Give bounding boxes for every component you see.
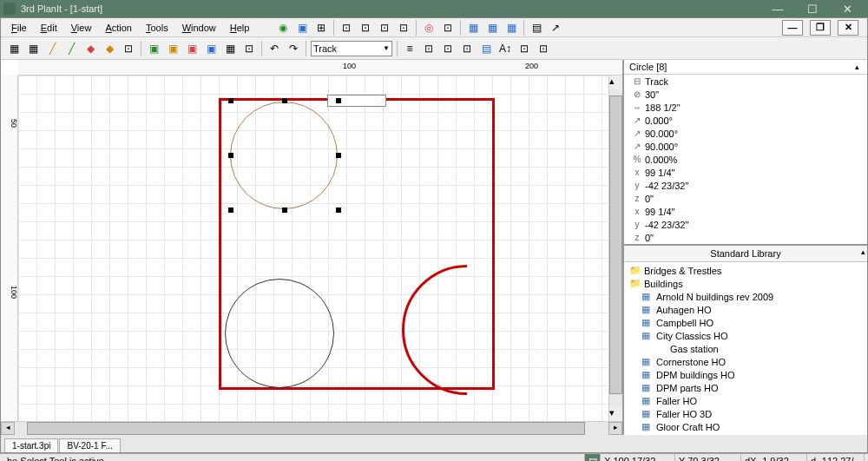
hscroll-thumb[interactable] [27, 422, 585, 435]
menu-file[interactable]: File [4, 21, 34, 35]
scroll-up-button[interactable]: ▴ [609, 76, 622, 89]
tree-item[interactable]: 📁Bridges & Trestles [628, 264, 864, 277]
menu-tools[interactable]: Tools [139, 21, 175, 35]
undo-icon[interactable]: ↶ [266, 41, 283, 56]
vscroll-thumb[interactable] [609, 95, 622, 394]
tb2-icon-17[interactable]: ⊡ [458, 41, 476, 56]
tb2-icon-13[interactable]: ⊡ [240, 41, 258, 56]
handle-se[interactable] [336, 207, 341, 213]
menu-action[interactable]: Action [98, 21, 139, 35]
handle-s[interactable] [282, 207, 287, 213]
close-button[interactable]: ✕ [830, 0, 865, 17]
panel-collapse-icon[interactable]: ▴ [852, 63, 862, 71]
tb2-icon-10[interactable]: ▣ [183, 41, 201, 56]
tree-item[interactable]: ▦DPM parts HO [628, 381, 864, 394]
menu-help[interactable]: Help [223, 21, 257, 35]
toolbar-icon-12[interactable]: ▦ [503, 20, 520, 36]
circle-lower[interactable] [225, 279, 334, 388]
tree-item[interactable]: ▦Gloor Craft HO [628, 420, 864, 433]
toolbar-icon-2[interactable]: ▣ [293, 20, 311, 36]
tb2-icon-15[interactable]: ⊡ [420, 41, 437, 56]
toolbar-icon-14[interactable]: ↗ [547, 20, 564, 36]
property-row[interactable]: ↗0.000° [624, 114, 867, 127]
tb2-icon-5[interactable]: ◆ [82, 41, 99, 56]
property-row[interactable]: ↗90.000° [624, 127, 867, 140]
tb2-icon-4[interactable]: ╱ [62, 41, 80, 56]
scroll-down-button[interactable]: ▾ [609, 407, 622, 421]
tree-item[interactable]: Gas station [628, 342, 864, 355]
menu-window[interactable]: Window [175, 21, 223, 35]
redo-icon[interactable]: ↷ [285, 41, 302, 56]
property-row[interactable]: x99 1/4" [624, 205, 867, 218]
property-row[interactable]: y-42 23/32" [624, 179, 867, 192]
tree-item[interactable]: ▦DPM buildings HO [628, 368, 864, 381]
horizontal-scrollbar[interactable]: ◂ ▸ [1, 421, 622, 435]
canvas[interactable] [18, 76, 608, 421]
tb2-icon-18[interactable]: ▤ [477, 41, 495, 56]
handle-nw[interactable] [228, 98, 233, 103]
tab-1[interactable]: 1-start.3pi [4, 438, 58, 452]
tb2-icon-2[interactable]: ▦ [24, 41, 42, 56]
maximize-button[interactable]: ☐ [795, 0, 830, 17]
property-row[interactable]: y-42 23/32" [624, 218, 867, 231]
tb2-icon-6[interactable]: ◆ [101, 41, 118, 56]
mdi-restore-button[interactable]: ❐ [810, 20, 831, 36]
layer-combo[interactable]: Track ▼ [311, 41, 392, 56]
toolbar-icon-1[interactable]: ◉ [274, 20, 292, 36]
tree-item[interactable]: ▦Auhagen HO [628, 303, 864, 316]
tab-2[interactable]: BV-20-1 F... [59, 438, 120, 452]
circle-selected[interactable] [230, 102, 338, 209]
tb2-icon-16[interactable]: ⊡ [439, 41, 457, 56]
tb2-icon-3[interactable]: ╱ [43, 41, 61, 56]
menu-edit[interactable]: Edit [34, 21, 64, 35]
property-row[interactable]: ⊟Track [624, 75, 867, 88]
tree-item[interactable]: 📁Buildings [628, 277, 864, 290]
toolbar-icon-6[interactable]: ⊡ [376, 20, 393, 36]
toolbar-icon-13[interactable]: ▤ [528, 20, 545, 36]
tb2-icon-14[interactable]: ≡ [401, 41, 418, 56]
tree-item[interactable]: ▦Faller HO [628, 394, 864, 407]
toolbar-icon-9[interactable]: ⊡ [439, 20, 457, 36]
mdi-close-button[interactable]: ✕ [838, 20, 858, 36]
tb2-icon-12[interactable]: ▦ [221, 41, 239, 56]
scroll-right-button[interactable]: ▸ [608, 422, 622, 435]
tb2-icon-9[interactable]: ▣ [164, 41, 181, 56]
mdi-minimize-button[interactable]: — [782, 20, 803, 36]
tree-item[interactable]: ▦Campbell HO [628, 316, 864, 329]
toolbar-icon-3[interactable]: ⊞ [312, 20, 330, 36]
property-row[interactable]: ↗90.000° [624, 140, 867, 153]
tb2-icon-8[interactable]: ▣ [145, 41, 162, 56]
property-row[interactable]: %0.000% [624, 153, 867, 166]
property-row[interactable]: ↔188 1/2" [624, 101, 867, 114]
toolbar-icon-11[interactable]: ▦ [483, 20, 501, 36]
tree-item[interactable]: ▦Cornerstone HO [628, 355, 864, 368]
property-row[interactable]: ⊘30" [624, 88, 867, 101]
property-row[interactable]: z0" [624, 192, 867, 205]
property-row[interactable]: x99 1/4" [624, 166, 867, 179]
tb2-icon-21[interactable]: ⊡ [535, 41, 552, 56]
handle-ne[interactable] [336, 98, 341, 103]
tree-item[interactable]: ▦Faller HO 3D [628, 407, 864, 420]
toolbar-icon-8[interactable]: ◎ [420, 20, 437, 36]
panel-collapse-icon[interactable]: ▴ [861, 247, 865, 256]
status-icon[interactable]: ▤ [585, 454, 601, 461]
tb2-icon-7[interactable]: ⊡ [120, 41, 137, 56]
handle-sw[interactable] [228, 207, 233, 213]
toolbar-icon-5[interactable]: ⊡ [357, 20, 374, 36]
tb2-icon-20[interactable]: ⊡ [516, 41, 533, 56]
handle-n[interactable] [282, 98, 287, 103]
vertical-scrollbar[interactable]: ▴ ▾ [608, 76, 622, 421]
toolbar-icon-4[interactable]: ⊡ [338, 20, 355, 36]
toolbar-icon-10[interactable]: ▦ [464, 20, 482, 36]
tb2-icon-11[interactable]: ▣ [202, 41, 220, 56]
minimize-button[interactable]: — [760, 0, 795, 17]
handle-e[interactable] [336, 153, 341, 158]
tree-item[interactable]: ▦Arnold N buildings rev 2009 [628, 290, 864, 303]
menu-view[interactable]: View [64, 21, 99, 35]
property-row[interactable]: z0" [624, 231, 867, 244]
handle-w[interactable] [228, 153, 233, 158]
library-tree[interactable]: 📁Bridges & Trestles📁Buildings▦Arnold N b… [624, 262, 867, 435]
scroll-left-button[interactable]: ◂ [1, 422, 15, 435]
toolbar-icon-7[interactable]: ⊡ [395, 20, 412, 36]
tb2-icon-19[interactable]: A↕ [496, 41, 514, 56]
